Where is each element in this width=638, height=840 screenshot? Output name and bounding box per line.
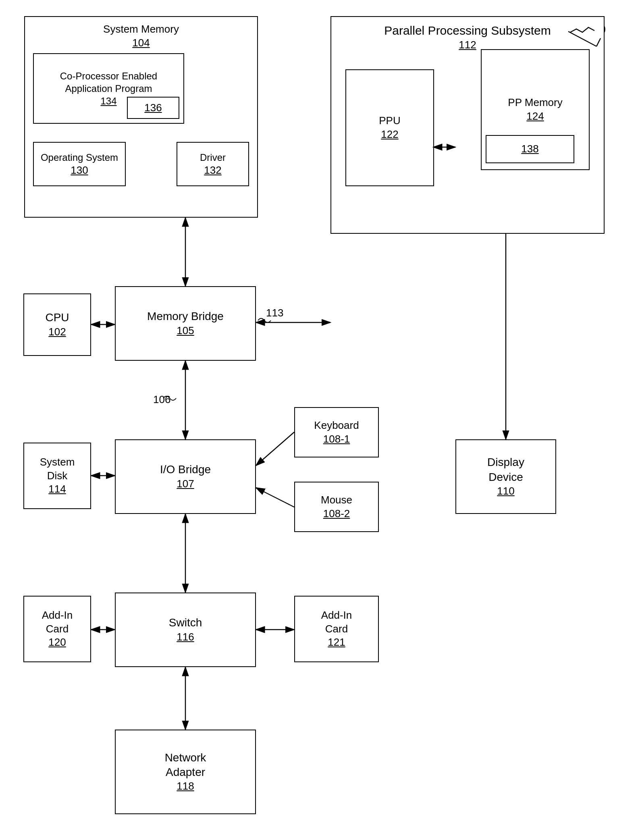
display-device-box: DisplayDevice 110 xyxy=(455,439,556,514)
ref136-box: 136 xyxy=(127,97,179,119)
ppu-label: PPU xyxy=(379,114,400,128)
co-processor-ref: 134 xyxy=(100,95,116,107)
mouse-label: Mouse xyxy=(321,493,352,507)
add-in-card-121-box: Add-InCard 121 xyxy=(294,596,379,662)
pp-memory-box: PP Memory 124 138 xyxy=(481,49,590,170)
parallel-processing-box: Parallel Processing Subsystem 112 PPU 12… xyxy=(330,16,605,234)
add-in-card-120-ref: 120 xyxy=(48,636,66,649)
add-in-card-121-label: Add-InCard xyxy=(321,609,352,636)
co-processor-box: Co-Processor EnabledApplication Program … xyxy=(33,53,184,124)
cpu-label: CPU xyxy=(45,310,69,325)
cpu-box: CPU 102 xyxy=(23,293,91,356)
svg-text:106: 106 xyxy=(153,393,170,405)
operating-system-ref: 130 xyxy=(71,164,88,177)
switch-ref: 116 xyxy=(177,630,194,644)
io-bridge-ref: 107 xyxy=(177,477,194,491)
svg-text:113: 113 xyxy=(266,307,283,319)
ref136-ref: 136 xyxy=(144,101,162,115)
ref138-box: 138 xyxy=(486,135,574,163)
memory-bridge-label: Memory Bridge xyxy=(147,309,224,324)
driver-label: Driver xyxy=(200,151,226,164)
pp-memory-ref: 124 xyxy=(526,110,544,123)
add-in-card-120-label: Add-InCard xyxy=(42,609,73,636)
system-disk-label: SystemDisk xyxy=(40,455,75,483)
switch-box: Switch 116 xyxy=(115,593,256,667)
ppu-ref: 122 xyxy=(381,128,398,141)
io-bridge-box: I/O Bridge 107 xyxy=(115,439,256,514)
operating-system-box: Operating System 130 xyxy=(33,142,126,186)
parallel-processing-label: Parallel Processing Subsystem xyxy=(331,23,604,38)
display-device-label: DisplayDevice xyxy=(487,455,524,484)
display-device-ref: 110 xyxy=(497,484,514,498)
cpu-ref: 102 xyxy=(48,325,66,339)
keyboard-ref: 108-1 xyxy=(323,432,350,446)
mouse-ref: 108-2 xyxy=(323,507,350,521)
network-adapter-label: NetworkAdapter xyxy=(165,751,206,780)
system-disk-box: SystemDisk 114 xyxy=(23,443,91,509)
memory-bridge-box: Memory Bridge 105 xyxy=(115,286,256,361)
ppu-box: PPU 122 xyxy=(345,69,434,186)
mouse-box: Mouse 108-2 xyxy=(294,482,379,532)
system-memory-ref: 104 xyxy=(25,36,257,50)
add-in-card-121-ref: 121 xyxy=(328,636,345,649)
operating-system-label: Operating System xyxy=(41,151,118,164)
memory-bridge-ref: 105 xyxy=(177,324,194,338)
keyboard-box: Keyboard 108-1 xyxy=(294,407,379,457)
system-memory-box: System Memory 104 Co-Processor EnabledAp… xyxy=(24,16,258,218)
driver-box: Driver 132 xyxy=(177,142,249,186)
co-processor-label: Co-Processor EnabledApplication Program xyxy=(60,70,157,95)
network-adapter-ref: 118 xyxy=(177,780,194,793)
switch-label: Switch xyxy=(169,615,202,630)
io-bridge-label: I/O Bridge xyxy=(160,462,211,477)
keyboard-label: Keyboard xyxy=(314,419,359,432)
svg-line-16 xyxy=(256,488,294,507)
network-adapter-box: NetworkAdapter 118 xyxy=(115,730,256,814)
system-memory-label: System Memory xyxy=(25,23,257,36)
driver-ref: 132 xyxy=(204,164,221,177)
pp-memory-label: PP Memory xyxy=(508,96,562,110)
svg-line-15 xyxy=(256,432,294,466)
system-disk-ref: 114 xyxy=(48,482,66,496)
ref138-ref: 138 xyxy=(521,142,538,156)
add-in-card-120-box: Add-InCard 120 xyxy=(23,596,91,662)
